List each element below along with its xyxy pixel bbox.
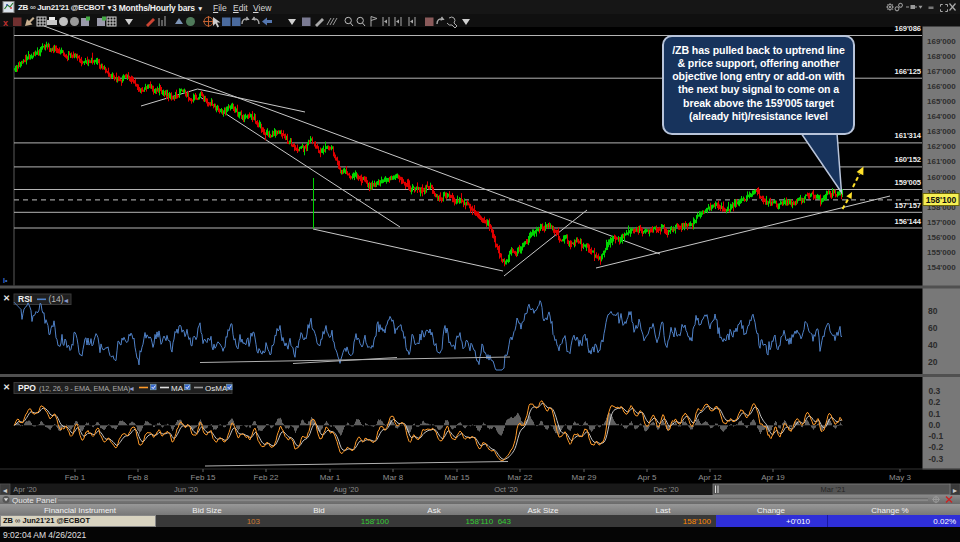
svg-text:(12, 26, 9 - EMA, EMA, EMA): (12, 26, 9 - EMA, EMA, EMA) [39,384,130,393]
svg-text:Feb 22: Feb 22 [254,473,279,482]
svg-text:164'000: 164'000 [927,112,956,121]
svg-text:155'000: 155'000 [927,248,956,257]
svg-text:MA: MA [171,384,184,393]
svg-text:◄: ◄ [63,297,70,304]
svg-text:-0.3: -0.3 [929,454,944,464]
svg-text:/ZB has pulled back to uptrend: /ZB has pulled back to uptrend line [672,44,845,56]
svg-text:165'000: 165'000 [927,97,956,106]
svg-text:PPO: PPO [18,383,36,393]
svg-text:►: ► [952,487,959,494]
svg-text:0.0: 0.0 [929,420,941,430]
svg-text:Mar 15: Mar 15 [445,473,470,482]
svg-text:-0.2: -0.2 [929,442,944,452]
svg-text:156'144: 156'144 [895,217,922,226]
svg-text:157'157: 157'157 [895,201,921,210]
svg-text:Oct '20: Oct '20 [494,485,518,494]
svg-text:Mar 1: Mar 1 [320,473,341,482]
svg-text:40: 40 [928,340,938,350]
svg-text:80: 80 [928,306,938,316]
svg-text:Mar 29: Mar 29 [572,473,597,482]
svg-text:Feb 15: Feb 15 [191,473,216,482]
svg-text:0.3: 0.3 [929,386,941,396]
svg-text:Aug '20: Aug '20 [333,485,358,494]
svg-text:0.2: 0.2 [929,397,941,407]
svg-text:159'005: 159'005 [895,178,922,187]
svg-text:157'000: 157'000 [927,218,956,227]
svg-text:✕: ✕ [3,382,10,392]
svg-text:OsMA: OsMA [205,384,228,393]
svg-text:160'000: 160'000 [927,173,956,182]
svg-text:168'000: 168'000 [927,52,956,61]
svg-text:156'000: 156'000 [927,233,956,242]
svg-text:(already hit)/resistance level: (already hit)/resistance level [689,110,828,122]
svg-text:✕: ✕ [3,293,10,303]
svg-text:objective long entry or add-on: objective long entry or add-on with [672,70,844,82]
svg-text:158'100: 158'100 [926,195,957,205]
svg-text:Apr 12: Apr 12 [698,473,722,482]
svg-text:break above the 159'005 target: break above the 159'005 target [683,97,834,109]
svg-text:I•: I• [3,277,8,284]
svg-text:May 3: May 3 [889,473,911,482]
svg-text:169'086: 169'086 [895,24,921,33]
svg-text:160'152: 160'152 [895,155,921,164]
svg-text:Feb 8: Feb 8 [128,473,149,482]
svg-text:163'000: 163'000 [927,127,956,136]
svg-text:Feb 1: Feb 1 [65,473,86,482]
svg-text:162'000: 162'000 [927,142,956,151]
svg-text:the next buy signal to come on: the next buy signal to come on a [678,83,839,95]
svg-text:60: 60 [928,323,938,333]
svg-text:RSI: RSI [18,294,32,304]
svg-text:Mar 22: Mar 22 [508,473,533,482]
svg-text:161'314: 161'314 [895,131,922,140]
svg-text:Dec '20: Dec '20 [653,485,678,494]
svg-text:Mar '21: Mar '21 [821,485,846,494]
svg-text:& price support, offering anot: & price support, offering another [677,57,839,69]
svg-text:154'000: 154'000 [927,263,956,272]
svg-text:Jun '20: Jun '20 [174,485,198,494]
svg-text:Mar 8: Mar 8 [383,473,404,482]
svg-text:◄: ◄ [128,385,135,392]
svg-text:161'000: 161'000 [927,157,956,166]
svg-text:20: 20 [928,357,938,367]
svg-text:169'000: 169'000 [927,37,956,46]
svg-text:Apr 19: Apr 19 [761,473,785,482]
svg-text:167'000: 167'000 [927,67,956,76]
svg-text:Apr '20: Apr '20 [13,485,37,494]
svg-text:166'125: 166'125 [895,67,922,76]
svg-text:0.1: 0.1 [929,409,941,419]
svg-text:166'000: 166'000 [927,82,956,91]
svg-text:Apr 5: Apr 5 [637,473,657,482]
svg-text:(14): (14) [49,294,64,304]
svg-text:-0.1: -0.1 [929,431,944,441]
svg-text:◄: ◄ [2,487,9,494]
